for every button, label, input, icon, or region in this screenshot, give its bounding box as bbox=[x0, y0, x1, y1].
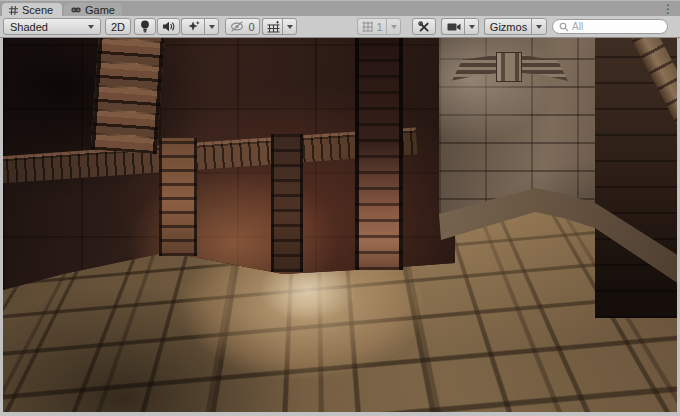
magnifier-icon bbox=[559, 22, 569, 32]
shading-mode-label: Shaded bbox=[10, 21, 48, 33]
scene-audio-toggle[interactable] bbox=[157, 18, 180, 35]
scene-effects-toggle[interactable] bbox=[181, 18, 205, 35]
gizmos-label: Gizmos bbox=[490, 21, 527, 33]
scene-view-window: Scene Game ⋮ Shaded 2D bbox=[0, 0, 680, 416]
eye-hidden-icon bbox=[230, 21, 245, 32]
hidden-objects-count: 0 bbox=[248, 21, 254, 33]
tab-game-label: Game bbox=[85, 4, 115, 16]
camera-icon bbox=[447, 22, 461, 32]
corner-pillar bbox=[355, 38, 403, 270]
gizmos-dropdown-caret[interactable] bbox=[531, 18, 547, 35]
grid-snap-button[interactable]: 1 bbox=[357, 18, 387, 35]
scene-search-field[interactable] bbox=[552, 19, 668, 34]
effects-sparkle-icon bbox=[187, 20, 200, 33]
light-bulb-icon bbox=[140, 20, 150, 33]
gamepad-icon bbox=[71, 6, 81, 14]
crossed-tools-icon bbox=[418, 21, 430, 33]
scene-camera-button[interactable] bbox=[441, 18, 465, 35]
hidden-objects-button[interactable]: 0 bbox=[225, 18, 260, 35]
chevron-down-icon bbox=[391, 25, 397, 29]
shading-mode-dropdown[interactable]: Shaded bbox=[3, 18, 101, 35]
wall-ornate-column bbox=[91, 38, 165, 154]
tab-scene[interactable]: Scene bbox=[2, 3, 62, 17]
gizmos-dropdown[interactable]: Gizmos bbox=[484, 18, 532, 35]
grid-snap-caret[interactable] bbox=[386, 18, 401, 35]
chevron-down-icon bbox=[209, 25, 215, 29]
2d-label: 2D bbox=[111, 21, 125, 33]
scene-viewport[interactable]: y x z bbox=[3, 38, 677, 412]
search-input[interactable] bbox=[572, 21, 661, 32]
tab-game[interactable]: Game bbox=[64, 3, 122, 17]
chevron-down-icon bbox=[469, 25, 475, 29]
2d-toggle-button[interactable]: 2D bbox=[105, 18, 131, 35]
grid-icon bbox=[267, 21, 280, 33]
camera-dropdown-caret[interactable] bbox=[464, 18, 479, 35]
wall-pilaster-left bbox=[159, 138, 197, 256]
wall-pilaster-mid bbox=[271, 134, 303, 272]
niche-outer-ring bbox=[446, 65, 572, 221]
tab-scene-label: Scene bbox=[22, 4, 53, 16]
editor-tools-button[interactable] bbox=[412, 18, 436, 35]
scene-toolbar: Shaded 2D bbox=[0, 16, 680, 38]
grid-visibility-button[interactable] bbox=[262, 18, 283, 35]
scene-lighting-toggle[interactable] bbox=[134, 18, 156, 35]
chevron-down-icon bbox=[287, 25, 293, 29]
grid-hash-icon bbox=[9, 6, 18, 15]
tab-overflow-menu[interactable]: ⋮ bbox=[662, 2, 674, 16]
grid-snap-value: 1 bbox=[376, 21, 382, 33]
chevron-down-icon bbox=[88, 25, 94, 29]
audio-speaker-icon bbox=[162, 21, 175, 32]
chevron-down-icon bbox=[536, 25, 542, 29]
grid-icon bbox=[362, 21, 373, 32]
grid-dropdown-caret[interactable] bbox=[282, 18, 297, 35]
effects-dropdown-caret[interactable] bbox=[204, 18, 219, 35]
tab-bar: Scene Game ⋮ bbox=[0, 0, 680, 16]
wall-niche[interactable] bbox=[440, 52, 580, 224]
